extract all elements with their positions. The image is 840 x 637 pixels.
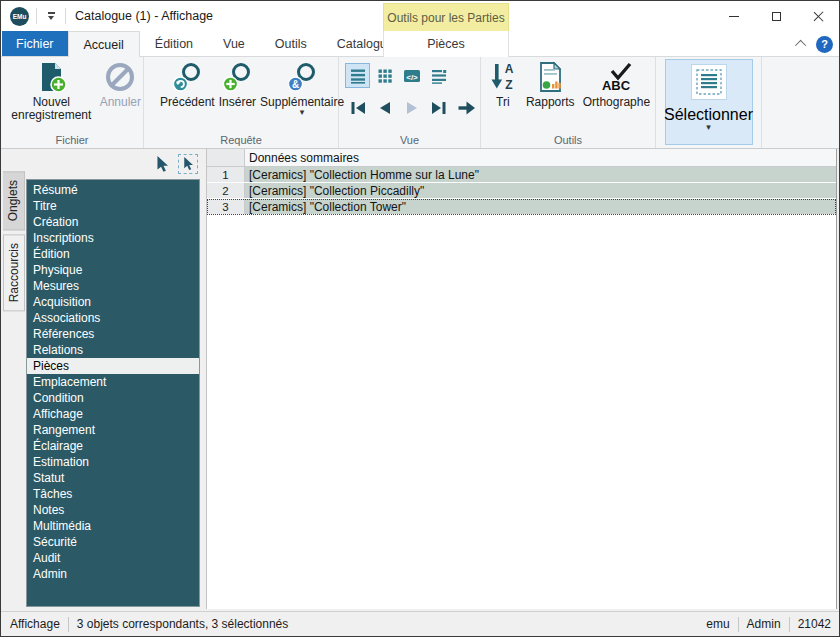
group-label-outils: Outils xyxy=(481,134,655,146)
next-record-button xyxy=(399,95,424,120)
search-insert-icon xyxy=(221,61,253,93)
tab-pieces[interactable]: Pièces xyxy=(383,31,509,57)
sidebar-item-securite[interactable]: Sécurité xyxy=(27,534,199,550)
summary-column-header[interactable]: Données sommaires xyxy=(245,149,836,166)
record-summary[interactable]: [Ceramics] "Collection Homme sur la Lune… xyxy=(245,167,836,182)
svg-text:Z: Z xyxy=(505,78,512,92)
record-summary[interactable]: [Ceramics] "Collection Piccadilly" xyxy=(245,183,836,198)
sort-button[interactable]: A Z Tri xyxy=(483,61,523,109)
reports-button[interactable]: Rapports xyxy=(523,61,578,109)
previous-record-button[interactable] xyxy=(372,95,397,120)
tab-navigation-list: Résumé Titre Création Inscriptions Éditi… xyxy=(26,179,200,607)
sidebar-item-multimedia[interactable]: Multimédia xyxy=(27,518,199,534)
tab-raccourcis[interactable]: Raccourcis xyxy=(3,234,25,311)
sidebar-item-references[interactable]: Références xyxy=(27,326,199,342)
new-record-button[interactable]: Nouvel enregistrement xyxy=(5,61,98,122)
ribbon-tools: ? xyxy=(798,31,833,57)
status-database: emu xyxy=(706,617,729,631)
sidebar-item-pieces[interactable]: Pièces xyxy=(27,358,199,374)
window-controls xyxy=(713,1,839,31)
sidebar-item-eclairage[interactable]: Éclairage xyxy=(27,438,199,454)
tab-accueil[interactable]: Accueil xyxy=(68,31,140,57)
collapse-ribbon-icon[interactable] xyxy=(795,40,806,51)
sidebar-item-condition[interactable]: Condition xyxy=(27,390,199,406)
select-pointer-icon[interactable] xyxy=(178,154,198,174)
sidebar-item-taches[interactable]: Tâches xyxy=(27,486,199,502)
help-icon[interactable]: ? xyxy=(816,36,833,53)
tab-onglets[interactable]: Onglets xyxy=(3,171,25,230)
table-row[interactable]: 1 [Ceramics] "Collection Homme sur la Lu… xyxy=(207,167,836,183)
sidebar-item-associations[interactable]: Associations xyxy=(27,310,199,326)
spellcheck-button[interactable]: ABC Orthographe xyxy=(578,61,655,109)
sidebar-item-mesures[interactable]: Mesures xyxy=(27,278,199,294)
sidebar-item-creation[interactable]: Création xyxy=(27,214,199,230)
table-row[interactable]: 2 [Ceramics] "Collection Piccadilly" xyxy=(207,183,836,199)
app-logo-icon[interactable]: EMu xyxy=(10,7,29,26)
sidebar-item-estimation[interactable]: Estimation xyxy=(27,454,199,470)
code-view-button[interactable]: </> xyxy=(399,63,424,88)
tab-outils[interactable]: Outils xyxy=(260,31,322,56)
sidebar-vertical-tabs: Onglets Raccourcis xyxy=(3,171,25,312)
status-mode: Affichage xyxy=(10,617,60,631)
svg-text:ABC: ABC xyxy=(602,78,631,93)
ribbon-group-vue: </> xyxy=(339,57,481,148)
sidebar-item-edition[interactable]: Édition xyxy=(27,246,199,262)
dropdown-caret-icon: ▾ xyxy=(300,109,305,116)
ribbon-group-selectionner: Sélectionner ▾ xyxy=(656,57,762,148)
sidebar-item-relations[interactable]: Relations xyxy=(27,342,199,358)
select-button[interactable]: Sélectionner ▾ xyxy=(665,59,753,145)
divider xyxy=(65,8,66,24)
spellcheck-icon: ABC xyxy=(596,61,636,93)
supplementary-query-button[interactable]: & Supplémentaire ▾ xyxy=(260,61,344,116)
ribbon-group-outils: A Z Tri Rapports ABC xyxy=(481,57,656,148)
table-row[interactable]: 3 [Ceramics] "Collection Tower" xyxy=(207,199,836,215)
next-record-icon xyxy=(402,98,422,118)
select-rows-icon xyxy=(696,69,722,95)
view-mode-buttons: </> xyxy=(345,63,451,88)
sidebar-item-titre[interactable]: Titre xyxy=(27,198,199,214)
last-record-button[interactable] xyxy=(426,95,451,120)
pointer-icon[interactable] xyxy=(154,156,170,173)
tab-fichier[interactable]: Fichier xyxy=(2,31,68,56)
reports-icon xyxy=(535,61,565,93)
code-view-icon: </> xyxy=(403,67,421,85)
sidebar-item-rangement[interactable]: Rangement xyxy=(27,422,199,438)
status-number: 21042 xyxy=(798,617,831,631)
status-bar: Affichage 3 objets correspondants, 3 sél… xyxy=(1,611,839,636)
sidebar-item-resume[interactable]: Résumé xyxy=(27,182,199,198)
maximize-button[interactable] xyxy=(755,1,797,31)
divider xyxy=(789,617,790,632)
window-title: Catalogue (1) - Affichage xyxy=(75,9,213,23)
grid-view-button[interactable] xyxy=(372,63,397,88)
previous-record-icon xyxy=(375,98,395,118)
previous-query-button[interactable]: Précédent xyxy=(160,61,215,109)
goto-record-button[interactable] xyxy=(453,95,478,120)
quick-access-dropdown-icon[interactable] xyxy=(44,10,58,22)
search-supplementary-icon: & xyxy=(286,61,318,93)
svg-text:</>: </> xyxy=(406,72,418,81)
sort-az-icon: A Z xyxy=(488,61,518,93)
sidebar-item-affichage[interactable]: Affichage xyxy=(27,406,199,422)
tab-vue[interactable]: Vue xyxy=(208,31,260,56)
sidebar-item-statut[interactable]: Statut xyxy=(27,470,199,486)
list-view-button[interactable] xyxy=(345,63,370,88)
app-window: EMu Catalogue (1) - Affichage Outils pou… xyxy=(0,0,840,637)
divider xyxy=(36,8,37,24)
dropdown-caret-icon: ▾ xyxy=(706,124,711,131)
sidebar-item-notes[interactable]: Notes xyxy=(27,502,199,518)
sidebar-item-audit[interactable]: Audit xyxy=(27,550,199,566)
group-label-requete: Requête xyxy=(144,134,338,146)
close-button[interactable] xyxy=(797,1,839,31)
detail-view-button[interactable] xyxy=(426,63,451,88)
sidebar-item-acquisition[interactable]: Acquisition xyxy=(27,294,199,310)
tab-edition[interactable]: Édition xyxy=(140,31,208,56)
goto-record-icon xyxy=(456,98,476,118)
minimize-button[interactable] xyxy=(713,1,755,31)
record-summary[interactable]: [Ceramics] "Collection Tower" xyxy=(245,199,836,214)
sidebar-item-emplacement[interactable]: Emplacement xyxy=(27,374,199,390)
insert-query-button[interactable]: Insérer xyxy=(219,61,256,109)
sidebar-item-physique[interactable]: Physique xyxy=(27,262,199,278)
first-record-button[interactable] xyxy=(345,95,370,120)
sidebar-item-admin[interactable]: Admin xyxy=(27,566,199,582)
sidebar-item-inscriptions[interactable]: Inscriptions xyxy=(27,230,199,246)
